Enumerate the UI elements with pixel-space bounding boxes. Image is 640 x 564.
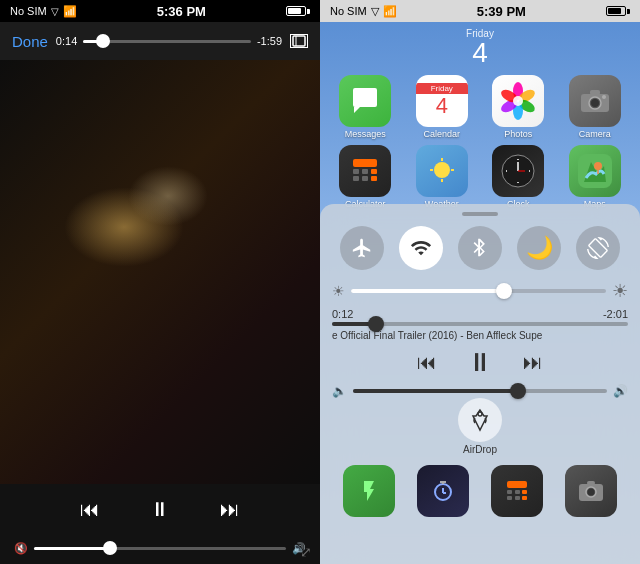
photos-label: Photos	[504, 129, 532, 139]
svg-point-21	[434, 162, 450, 178]
svg-rect-49	[522, 496, 527, 500]
camera-shortcut-button[interactable]	[565, 465, 617, 517]
app-clock[interactable]: Clock	[483, 145, 554, 209]
do-not-disturb-toggle[interactable]: 🌙	[517, 226, 561, 270]
cc-handle	[462, 212, 498, 216]
time-elapsed: 0:14	[56, 35, 77, 47]
right-carrier: No SIM	[330, 5, 367, 17]
calendar-label: Calendar	[423, 129, 460, 139]
svg-point-13	[602, 95, 606, 99]
app-maps[interactable]: Maps	[560, 145, 631, 209]
np-slider-container	[332, 322, 628, 326]
prev-button[interactable]: ⏮	[80, 498, 100, 521]
brightness-thumb[interactable]	[496, 283, 512, 299]
volume-track[interactable]	[34, 547, 286, 550]
weather-icon	[416, 145, 468, 197]
right-status-left: No SIM ▽ 📶	[330, 5, 397, 18]
svg-rect-46	[522, 490, 527, 494]
svg-rect-15	[353, 169, 359, 174]
time-remaining: -1:59	[257, 35, 282, 47]
svg-point-37	[478, 412, 482, 416]
cc-playback-row: ⏮ ⏸ ⏭	[332, 347, 628, 378]
svg-rect-17	[371, 169, 377, 174]
home-date-num: 4	[466, 39, 494, 67]
left-time: 5:36 PM	[157, 4, 206, 19]
left-status-bar: No SIM ▽ 📶 5:36 PM	[0, 0, 320, 22]
svg-rect-19	[362, 176, 368, 181]
svg-point-52	[588, 489, 595, 496]
airdrop-button[interactable]: AirDrop	[332, 398, 628, 455]
np-time-remaining: -2:01	[603, 308, 628, 320]
svg-point-8	[513, 96, 523, 106]
cc-play-pause-button[interactable]: ⏸	[467, 347, 493, 378]
left-sim-icon: ▽	[51, 6, 59, 17]
timer-button[interactable]	[417, 465, 469, 517]
app-calculator[interactable]: Calculator	[330, 145, 401, 209]
cc-vol-low-icon: 🔈	[332, 384, 347, 398]
clock-icon	[492, 145, 544, 197]
calculator-shortcut-button[interactable]	[491, 465, 543, 517]
progress-track[interactable]	[83, 40, 251, 43]
app-camera[interactable]: Camera	[560, 75, 631, 139]
cc-next-button[interactable]: ⏭	[523, 351, 543, 374]
calculator-icon	[339, 145, 391, 197]
app-calendar[interactable]: Friday 4 Calendar	[407, 75, 478, 139]
cc-vol-track[interactable]	[353, 389, 607, 393]
rotation-lock-toggle[interactable]	[576, 226, 620, 270]
app-photos[interactable]: Photos	[483, 75, 554, 139]
right-status-right	[606, 6, 630, 16]
photos-icon	[492, 75, 544, 127]
volume-thumb[interactable]	[103, 541, 117, 555]
brightness-track[interactable]	[351, 289, 606, 293]
cc-shortcuts-row	[332, 465, 628, 517]
right-status-bar: No SIM ▽ 📶 5:39 PM	[320, 0, 640, 22]
progress-container: 0:14 -1:59	[56, 35, 282, 47]
play-pause-button[interactable]: ⏸	[150, 498, 170, 521]
airplane-toggle[interactable]	[340, 226, 384, 270]
app-messages[interactable]: Messages	[330, 75, 401, 139]
cc-volume-row: 🔈 🔊	[332, 384, 628, 398]
right-battery-icon	[606, 6, 630, 16]
messages-icon	[339, 75, 391, 127]
left-panel: No SIM ▽ 📶 5:36 PM Done 0:14 -1:59	[0, 0, 320, 564]
home-date-row: Friday 4	[328, 28, 632, 71]
left-wifi-icon: 📶	[63, 5, 77, 18]
video-area	[0, 60, 320, 484]
left-status-right	[286, 6, 310, 16]
volume-low-icon: 🔇	[14, 542, 28, 555]
svg-rect-20	[371, 176, 377, 181]
bluetooth-toggle[interactable]	[458, 226, 502, 270]
left-battery-icon	[286, 6, 310, 16]
cc-prev-button[interactable]: ⏮	[417, 351, 437, 374]
maps-icon	[569, 145, 621, 197]
cc-vol-thumb[interactable]	[510, 383, 526, 399]
progress-thumb[interactable]	[96, 34, 110, 48]
control-center: 🌙 ☀ ☀ 0:12 -2:01	[320, 204, 640, 564]
svg-rect-16	[362, 169, 368, 174]
svg-point-11	[591, 99, 599, 107]
right-wifi-icon: 📶	[383, 5, 397, 18]
svg-rect-12	[590, 90, 600, 95]
np-track[interactable]	[332, 322, 628, 326]
brightness-fill	[351, 289, 504, 293]
flashlight-button[interactable]	[343, 465, 395, 517]
messages-label: Messages	[345, 129, 386, 139]
left-carrier: No SIM	[10, 5, 47, 17]
right-sim-icon: ▽	[371, 5, 379, 18]
video-light2	[128, 166, 208, 226]
cc-toggles: 🌙	[332, 226, 628, 270]
np-thumb[interactable]	[368, 316, 384, 332]
brightness-row: ☀ ☀	[332, 280, 628, 302]
svg-rect-53	[587, 481, 595, 485]
volume-row: 🔇 🔊 ⤢	[0, 534, 320, 564]
wifi-toggle[interactable]	[399, 226, 443, 270]
app-weather[interactable]: Weather	[407, 145, 478, 209]
sun-high-icon: ☀	[612, 280, 628, 302]
fullscreen-button[interactable]	[290, 34, 308, 48]
next-button[interactable]: ⏭	[220, 498, 240, 521]
calendar-icon: Friday 4	[416, 75, 468, 127]
cc-vol-fill	[353, 389, 518, 393]
cc-vol-high-icon: 🔊	[613, 384, 628, 398]
airdrop-icon	[458, 398, 502, 442]
done-button[interactable]: Done	[12, 33, 48, 50]
